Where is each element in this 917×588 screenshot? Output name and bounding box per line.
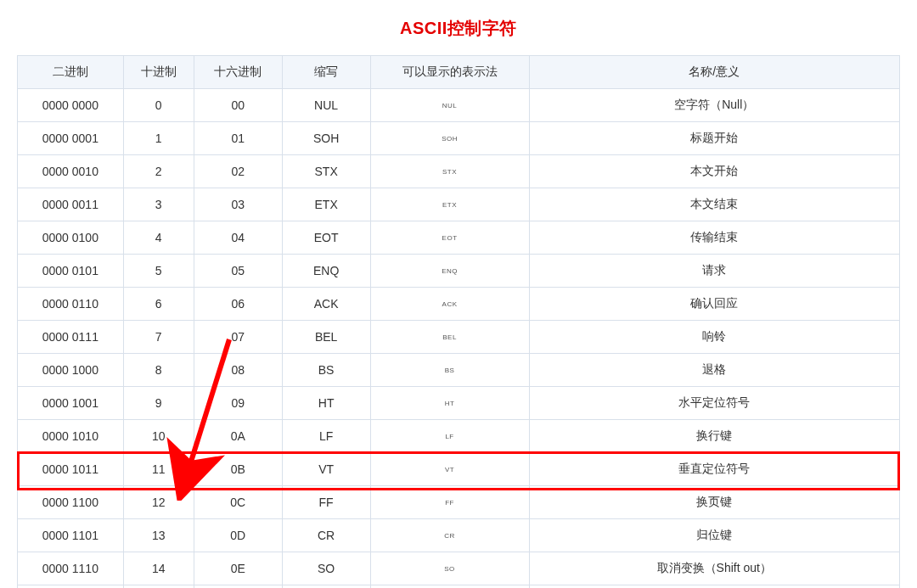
cell-hex: 08: [194, 354, 282, 387]
col-binary: 二进制: [18, 56, 124, 89]
cell-binary: 0000 0001: [18, 122, 124, 155]
cell-decimal: 6: [123, 288, 194, 321]
ascii-table: 二进制 十进制 十六进制 缩写 可以显示的表示法 名称/意义 0000 0000…: [17, 55, 900, 588]
cell-abbr: ACK: [282, 288, 370, 321]
cell-name: 标题开始: [529, 122, 899, 155]
table-row: 0000 1110140ESOSO取消变换（Shift out）: [18, 552, 900, 585]
cell-display: BEL: [370, 321, 529, 354]
cell-decimal: 13: [123, 519, 194, 552]
table-row: 0000 0110606ACKACK确认回应: [18, 288, 900, 321]
cell-decimal: 0: [123, 89, 194, 122]
cell-abbr: SI: [282, 585, 370, 589]
cell-name: 启用变换（Shift in）: [529, 585, 899, 589]
cell-name: 归位键: [529, 519, 899, 552]
col-hex: 十六进制: [194, 56, 282, 89]
cell-decimal: 2: [123, 155, 194, 188]
cell-binary: 0000 0010: [18, 155, 124, 188]
cell-decimal: 10: [123, 420, 194, 453]
cell-hex: 04: [194, 221, 282, 255]
table-row: 0000 0101505ENQENQ请求: [18, 255, 900, 288]
cell-name: 响铃: [529, 321, 899, 354]
cell-hex: 03: [194, 188, 282, 221]
table-row: 0000 1100120CFFFF换页键: [18, 486, 900, 519]
table-row: 0000 1001909HTHT水平定位符号: [18, 387, 900, 420]
cell-hex: 05: [194, 255, 282, 288]
cell-abbr: CR: [282, 519, 370, 552]
table-row: 0000 0100404EOTEOT传输结束: [18, 221, 900, 255]
table-row: 0000 1011110BVTVT垂直定位符号: [18, 453, 900, 486]
cell-display: NUL: [370, 89, 529, 122]
cell-binary: 0000 1001: [18, 387, 124, 420]
cell-hex: 00: [194, 89, 282, 122]
cell-name: 请求: [529, 255, 899, 288]
table-row: 0000 0011303ETXETX本文结束: [18, 188, 900, 221]
cell-decimal: 12: [123, 486, 194, 519]
col-display: 可以显示的表示法: [370, 56, 529, 89]
cell-hex: 07: [194, 321, 282, 354]
cell-binary: 0000 1100: [18, 486, 124, 519]
table-row: 0000 1101130DCRCR归位键: [18, 519, 900, 552]
header-row: 二进制 十进制 十六进制 缩写 可以显示的表示法 名称/意义: [18, 56, 900, 89]
cell-decimal: 15: [123, 585, 194, 589]
cell-decimal: 9: [123, 387, 194, 420]
cell-decimal: 8: [123, 354, 194, 387]
cell-hex: 0F: [194, 585, 282, 589]
cell-display: LF: [370, 420, 529, 453]
cell-name: 换页键: [529, 486, 899, 519]
cell-binary: 0000 1101: [18, 519, 124, 552]
cell-binary: 0000 1010: [18, 420, 124, 453]
cell-binary: 0000 1111: [18, 585, 124, 589]
cell-hex: 0A: [194, 420, 282, 453]
col-abbr: 缩写: [282, 56, 370, 89]
cell-binary: 0000 0110: [18, 288, 124, 321]
cell-display: ENQ: [370, 255, 529, 288]
cell-name: 取消变换（Shift out）: [529, 552, 899, 585]
cell-decimal: 3: [123, 188, 194, 221]
cell-display: EOT: [370, 221, 529, 255]
cell-decimal: 7: [123, 321, 194, 354]
cell-abbr: SO: [282, 552, 370, 585]
cell-hex: 0B: [194, 453, 282, 486]
cell-name: 本文结束: [529, 188, 899, 221]
cell-abbr: ENQ: [282, 255, 370, 288]
cell-name: 确认回应: [529, 288, 899, 321]
cell-name: 退格: [529, 354, 899, 387]
table-row: 0000 0001101SOHSOH标题开始: [18, 122, 900, 155]
cell-decimal: 11: [123, 453, 194, 486]
table-row: 0000 0010202STXSTX本文开始: [18, 155, 900, 188]
cell-name: 水平定位符号: [529, 387, 899, 420]
cell-display: ETX: [370, 188, 529, 221]
cell-name: 空字符（Null）: [529, 89, 899, 122]
cell-abbr: EOT: [282, 221, 370, 255]
cell-name: 传输结束: [529, 221, 899, 255]
cell-display: HT: [370, 387, 529, 420]
cell-display: SO: [370, 552, 529, 585]
table-wrapper: 二进制 十进制 十六进制 缩写 可以显示的表示法 名称/意义 0000 0000…: [17, 55, 900, 588]
cell-display: CR: [370, 519, 529, 552]
cell-display: ACK: [370, 288, 529, 321]
cell-hex: 01: [194, 122, 282, 155]
cell-display: BS: [370, 354, 529, 387]
cell-abbr: ETX: [282, 188, 370, 221]
col-name: 名称/意义: [529, 56, 899, 89]
cell-hex: 0E: [194, 552, 282, 585]
cell-decimal: 14: [123, 552, 194, 585]
cell-display: FF: [370, 486, 529, 519]
cell-binary: 0000 0101: [18, 255, 124, 288]
cell-abbr: STX: [282, 155, 370, 188]
cell-binary: 0000 0011: [18, 188, 124, 221]
table-row: 0000 1111150FSISI启用变换（Shift in）: [18, 585, 900, 589]
cell-name: 本文开始: [529, 155, 899, 188]
cell-hex: 06: [194, 288, 282, 321]
cell-binary: 0000 1110: [18, 552, 124, 585]
cell-hex: 09: [194, 387, 282, 420]
table-head: 二进制 十进制 十六进制 缩写 可以显示的表示法 名称/意义: [18, 56, 900, 89]
cell-binary: 0000 0000: [18, 89, 124, 122]
cell-binary: 0000 1011: [18, 453, 124, 486]
cell-abbr: SOH: [282, 122, 370, 155]
cell-hex: 0C: [194, 486, 282, 519]
cell-hex: 02: [194, 155, 282, 188]
cell-decimal: 5: [123, 255, 194, 288]
table-row: 0000 0000000NULNUL空字符（Null）: [18, 89, 900, 122]
cell-binary: 0000 0100: [18, 221, 124, 255]
